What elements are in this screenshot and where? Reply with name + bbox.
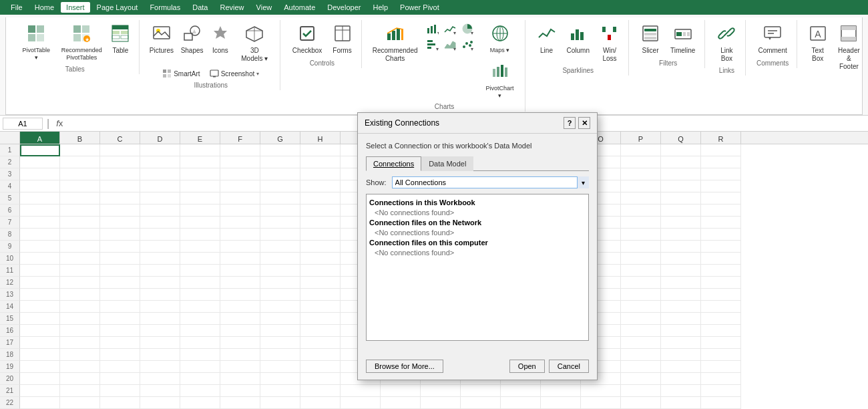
dialog-tab-datamodel[interactable]: Data Model	[421, 156, 473, 171]
dialog-footer-left: Browse for More...	[366, 360, 443, 373]
show-row: Show: All Connections ▾	[366, 176, 589, 188]
show-select-wrap: All Connections ▾	[392, 176, 589, 188]
dialog-help-button[interactable]: ?	[564, 117, 576, 129]
dialog-tab-connections[interactable]: Connections	[366, 156, 421, 171]
connections-empty-workbook: <No connections found>	[369, 208, 586, 217]
connections-section-workbook: Connections in this Workbook	[369, 197, 586, 208]
dialog-overlay: Existing Connections ? ✕ Select a Connec…	[0, 0, 868, 409]
cancel-button[interactable]: Cancel	[549, 360, 589, 373]
connections-list[interactable]: Connections in this Workbook <No connect…	[366, 194, 589, 341]
browse-for-more-button[interactable]: Browse for More...	[366, 360, 443, 373]
open-button[interactable]: Open	[509, 360, 545, 373]
dialog-titlebar: Existing Connections ? ✕	[358, 113, 597, 134]
show-select[interactable]: All Connections	[392, 176, 589, 188]
dialog-body: Select a Connection or this workbook's D…	[358, 134, 597, 356]
connections-empty-network: <No connections found>	[369, 228, 586, 237]
connections-empty-computer: <No connections found>	[369, 248, 586, 257]
existing-connections-dialog: Existing Connections ? ✕ Select a Connec…	[357, 112, 598, 380]
dialog-footer-right: Open Cancel	[509, 360, 589, 373]
dialog-close-button[interactable]: ✕	[578, 117, 590, 129]
dialog-description: Select a Connection or this workbook's D…	[366, 142, 589, 150]
dialog-footer: Browse for More... Open Cancel	[358, 356, 597, 380]
connections-section-computer: Connection files on this computer	[369, 237, 586, 248]
show-label: Show:	[366, 178, 387, 186]
dialog-controls: ? ✕	[564, 117, 590, 129]
connections-section-network: Connection files on the Network	[369, 217, 586, 228]
dialog-title: Existing Connections	[365, 118, 439, 128]
dialog-tabs: Connections Data Model	[366, 156, 589, 171]
